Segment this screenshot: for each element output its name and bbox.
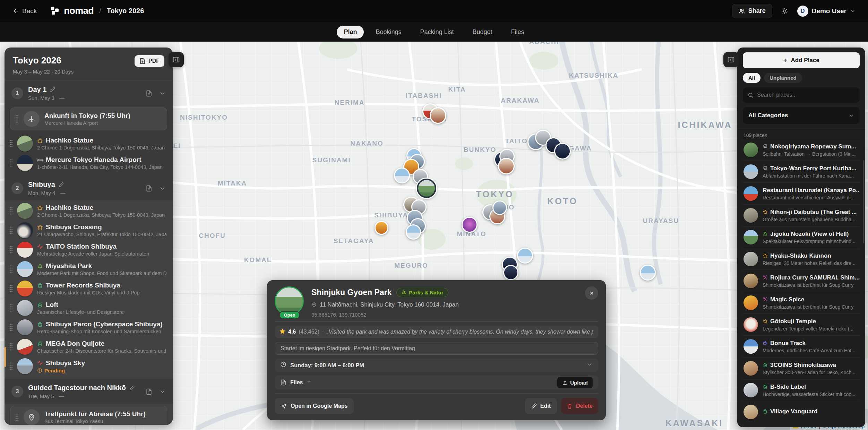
map-marker-photo[interactable] [498,158,515,174]
place-list-item[interactable]: Tokyo-Wan Ferry Port Kuriha... Abfahrtss… [743,161,860,182]
search-input[interactable] [757,92,855,98]
category-badge[interactable]: Parks & Natur [396,288,448,297]
event-card-meeting-point[interactable]: Treffpunkt für Abreise (7:55 Uhr) Bus Te… [10,406,167,425]
drag-handle[interactable] [9,343,13,351]
pending-label: Pending [44,368,65,373]
upload-button[interactable]: Upload [557,377,593,388]
place-row[interactable]: Tower Records Shibuya Riesiger Musiklade… [5,279,173,298]
divider [275,321,598,322]
map-marker-photo[interactable] [430,107,446,124]
add-place-button[interactable]: + Add Place [743,52,860,68]
map-marker-photo[interactable] [492,200,507,215]
place-row[interactable]: MEGA Don Quijote Chaotischer 24h-Discoun… [5,337,173,356]
place-row[interactable]: Loft Japanischer Lifestyle- und Designst… [5,298,173,318]
place-list-item[interactable]: Village Vanguard [743,401,860,423]
tab-plan[interactable]: Plan [337,26,364,38]
filter-unplanned[interactable]: Unplanned [764,73,802,83]
map-marker-selected-shinjuku-gyoen[interactable] [417,179,436,198]
search-places-box[interactable] [743,87,860,103]
export-pdf-button[interactable]: PDF [135,55,164,67]
open-google-maps-button[interactable]: Open in Google Maps [275,398,354,414]
drag-handle[interactable] [9,304,13,312]
place-row-shibuya-sky[interactable]: Shibuya Sky Pending [5,356,173,376]
place-list-item[interactable]: B-Side Label Hochwertige, wasserfeste St… [743,379,860,401]
map-marker-photo[interactable] [640,265,656,281]
day-notes-icon[interactable] [146,388,152,395]
drag-handle[interactable] [9,139,13,148]
place-title: TAITO Station Shibuya [46,243,117,250]
back-button[interactable]: Back [12,7,37,15]
place-row[interactable]: Hachiko Statue 2 Chome-1 Dogenzaka, Shib… [5,134,173,153]
files-row[interactable]: Files Upload [275,376,598,389]
day-notes-icon[interactable] [146,185,152,192]
alert-circle-icon [37,368,42,373]
itinerary-panel: Tokyo 2026 May 3 – May 22 · 20 Days PDF … [5,48,173,425]
place-list-item[interactable]: Jigoku Nozoki (View of Hell) Spektakulär… [743,226,860,248]
day-1-header[interactable]: 1 Day 1 Sun, May 3 — [5,80,173,105]
itinerary-scroll-area[interactable]: 1 Day 1 Sun, May 3 — An [5,80,173,425]
rating-review-bar[interactable]: 4.6 (43.462) · „Visited the park and was… [275,326,598,338]
place-list-item[interactable]: Rojiura Curry SAMURAI. Shim... Shimokita… [743,270,860,292]
place-row[interactable]: Shibuya Parco (Cyberspace Shibuya) Retro… [5,318,173,337]
day-3-header[interactable]: 3 Guided Tagestour nach Nikkō Tue, May 5… [5,379,173,404]
user-menu[interactable]: D Demo User [797,6,856,17]
drag-handle[interactable] [9,159,13,167]
pencil-icon[interactable] [59,182,64,187]
drag-handle[interactable] [9,323,13,332]
place-list-item[interactable]: Bonus Track Modernes, dörfliches Café-Ar… [743,335,860,357]
place-list-item[interactable]: Restaurant Harunatei (Kanaya Po... Resta… [743,182,860,204]
opening-hours-row[interactable]: Sunday: 9:00 AM – 6:00 PM [275,359,598,372]
tab-bookings[interactable]: Bookings [369,26,408,38]
edit-button[interactable]: Edit [525,398,557,414]
place-row[interactable]: Hachiko Statue 2 Chome-1 Dogenzaka, Shib… [5,201,173,221]
place-list-item[interactable]: Hyaku-Shaku Kannon Riesiges, 30 Meter ho… [743,248,860,270]
place-list-item[interactable]: Gōtokuji Temple Legendärer Tempel voller… [743,313,860,335]
pencil-icon[interactable] [50,87,55,92]
map-marker-photo[interactable] [394,167,410,183]
drag-handle[interactable] [15,115,19,123]
day-notes-icon[interactable] [146,90,152,97]
collapse-right-panel-button[interactable] [723,52,739,67]
place-list-item[interactable]: Nokogiriyama Ropeway Sum... Seilbahn: Ta… [743,139,860,161]
place-row[interactable]: TAITO Station Shibuya Mehrstöckige Arcad… [5,240,173,259]
place-row[interactable]: Miyashita Park Moderner Park mit Shops, … [5,259,173,279]
filter-all[interactable]: All [743,73,760,83]
close-button[interactable]: × [585,286,598,300]
event-card-arrival[interactable]: Ankunft in Tokyo (7:55 Uhr) Mercure Hane… [10,108,167,130]
drag-handle[interactable] [9,362,13,370]
place-list-item[interactable]: Magic Spice Shimokitazawa ist berühmt fü… [743,292,860,313]
place-list-item[interactable]: Nihon-ji Daibutsu (The Great ... Größte … [743,204,860,226]
brand-logo[interactable]: nomad [50,6,94,16]
chevron-down-icon[interactable] [159,388,166,395]
place-row[interactable]: Mercure Tokyo Haneda Airport 1-chōme-2-1… [5,153,173,173]
breadcrumb-trip-title[interactable]: Tokyo 2026 [107,7,144,15]
tab-budget[interactable]: Budget [466,26,499,38]
map-marker-photo[interactable] [554,143,571,160]
drag-handle[interactable] [9,265,13,273]
share-button[interactable]: Share [732,4,772,18]
map-marker-photo[interactable] [503,265,518,280]
map-marker-photo[interactable] [375,221,388,235]
tab-files[interactable]: Files [504,26,531,38]
delete-button[interactable]: Delete [561,398,598,414]
collapse-left-panel-button[interactable] [169,52,184,67]
day-2-header[interactable]: 2 Shibuya Mon, May 4 — [5,175,173,200]
tab-packing-list[interactable]: Packing List [413,26,461,38]
theme-toggle-button[interactable] [781,8,788,15]
chevron-down-icon[interactable] [159,90,166,97]
map-marker-photo[interactable] [406,224,421,240]
drag-handle[interactable] [9,226,13,234]
place-list-item[interactable]: 3COINS Shimokitazawa Stylischer 300-Yen-… [743,357,860,379]
map-marker-photo[interactable] [517,248,533,264]
pencil-icon[interactable] [129,385,135,390]
categories-dropdown[interactable]: All Categories [743,107,860,124]
drag-handle[interactable] [9,284,13,293]
scrollbar-thumb[interactable] [863,160,864,243]
drag-handle[interactable] [15,413,19,421]
map-marker-photo[interactable] [462,217,478,233]
drag-handle[interactable] [9,207,13,215]
note-input[interactable] [275,342,598,355]
drag-handle[interactable] [9,246,13,254]
chevron-down-icon[interactable] [159,185,166,192]
place-row[interactable]: Shibuya Crossing 21 Udagawacho, Shibuya,… [5,221,173,240]
